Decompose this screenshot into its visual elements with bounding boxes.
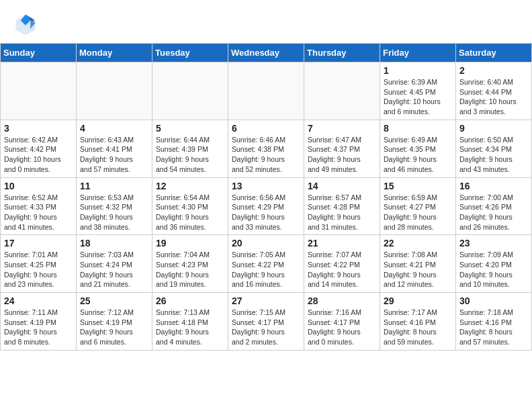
calendar-cell: 8Sunrise: 6:49 AM Sunset: 4:35 PM Daylig…	[380, 120, 456, 177]
day-info: Sunrise: 7:11 AM Sunset: 4:19 PM Dayligh…	[4, 308, 73, 347]
day-number: 21	[308, 238, 376, 248]
calendar-cell: 24Sunrise: 7:11 AM Sunset: 4:19 PM Dayli…	[1, 293, 77, 351]
day-info: Sunrise: 6:43 AM Sunset: 4:41 PM Dayligh…	[80, 135, 148, 175]
day-number: 25	[80, 295, 148, 306]
day-number: 22	[384, 238, 452, 248]
day-info: Sunrise: 6:46 AM Sunset: 4:38 PM Dayligh…	[232, 135, 300, 175]
weekday-header-thursday: Thursday	[304, 44, 380, 62]
day-info: Sunrise: 7:16 AM Sunset: 4:17 PM Dayligh…	[308, 308, 376, 347]
calendar-cell: 14Sunrise: 6:57 AM Sunset: 4:28 PM Dayli…	[304, 177, 380, 235]
day-number: 2	[459, 65, 528, 76]
weekday-header-wednesday: Wednesday	[228, 44, 304, 62]
day-info: Sunrise: 6:53 AM Sunset: 4:32 PM Dayligh…	[80, 193, 148, 232]
day-info: Sunrise: 7:15 AM Sunset: 4:17 PM Dayligh…	[232, 308, 300, 347]
day-info: Sunrise: 6:39 AM Sunset: 4:45 PM Dayligh…	[384, 77, 452, 117]
weekday-header-row: SundayMondayTuesdayWednesdayThursdayFrid…	[1, 44, 532, 62]
day-info: Sunrise: 7:07 AM Sunset: 4:22 PM Dayligh…	[308, 250, 376, 289]
day-number: 14	[308, 181, 376, 191]
day-number: 10	[4, 181, 73, 191]
day-info: Sunrise: 6:57 AM Sunset: 4:28 PM Dayligh…	[308, 193, 376, 232]
calendar-cell: 22Sunrise: 7:08 AM Sunset: 4:21 PM Dayli…	[380, 235, 456, 293]
day-info: Sunrise: 6:52 AM Sunset: 4:33 PM Dayligh…	[4, 193, 73, 232]
day-number: 6	[232, 123, 300, 134]
day-number: 27	[232, 295, 300, 306]
calendar-cell: 4Sunrise: 6:43 AM Sunset: 4:41 PM Daylig…	[77, 120, 152, 177]
calendar-cell: 11Sunrise: 6:53 AM Sunset: 4:32 PM Dayli…	[77, 177, 152, 235]
calendar-cell: 10Sunrise: 6:52 AM Sunset: 4:33 PM Dayli…	[1, 177, 77, 235]
day-number: 29	[384, 295, 452, 306]
day-info: Sunrise: 6:56 AM Sunset: 4:29 PM Dayligh…	[232, 193, 300, 232]
day-number: 13	[232, 181, 300, 191]
day-info: Sunrise: 6:54 AM Sunset: 4:30 PM Dayligh…	[156, 193, 224, 232]
calendar-cell	[1, 62, 77, 120]
day-info: Sunrise: 7:00 AM Sunset: 4:26 PM Dayligh…	[459, 193, 528, 232]
day-number: 16	[459, 181, 528, 191]
day-info: Sunrise: 6:59 AM Sunset: 4:27 PM Dayligh…	[384, 193, 452, 232]
day-number: 4	[80, 123, 148, 134]
day-number: 19	[156, 238, 224, 248]
calendar-cell: 15Sunrise: 6:59 AM Sunset: 4:27 PM Dayli…	[380, 177, 456, 235]
calendar-cell: 19Sunrise: 7:04 AM Sunset: 4:23 PM Dayli…	[152, 235, 228, 293]
day-number: 30	[459, 295, 528, 306]
week-row-5: 24Sunrise: 7:11 AM Sunset: 4:19 PM Dayli…	[1, 293, 532, 351]
day-number: 23	[459, 238, 528, 248]
calendar-cell: 1Sunrise: 6:39 AM Sunset: 4:45 PM Daylig…	[380, 62, 456, 120]
weekday-header-sunday: Sunday	[1, 44, 77, 62]
day-number: 5	[156, 123, 224, 134]
calendar-cell: 26Sunrise: 7:13 AM Sunset: 4:18 PM Dayli…	[152, 293, 228, 351]
day-number: 26	[156, 295, 224, 306]
day-number: 9	[459, 123, 528, 134]
day-number: 8	[384, 123, 452, 134]
day-number: 24	[4, 295, 73, 306]
calendar-cell: 18Sunrise: 7:03 AM Sunset: 4:24 PM Dayli…	[77, 235, 152, 293]
calendar-cell: 9Sunrise: 6:50 AM Sunset: 4:34 PM Daylig…	[456, 120, 532, 177]
day-number: 20	[232, 238, 300, 248]
calendar-table: SundayMondayTuesdayWednesdayThursdayFrid…	[0, 43, 532, 351]
calendar-cell: 7Sunrise: 6:47 AM Sunset: 4:37 PM Daylig…	[304, 120, 380, 177]
day-info: Sunrise: 7:08 AM Sunset: 4:21 PM Dayligh…	[384, 250, 452, 289]
day-info: Sunrise: 7:04 AM Sunset: 4:23 PM Dayligh…	[156, 250, 224, 289]
day-number: 11	[80, 181, 148, 191]
week-row-4: 17Sunrise: 7:01 AM Sunset: 4:25 PM Dayli…	[1, 235, 532, 293]
day-info: Sunrise: 7:01 AM Sunset: 4:25 PM Dayligh…	[4, 250, 73, 289]
day-info: Sunrise: 6:44 AM Sunset: 4:39 PM Dayligh…	[156, 135, 224, 175]
page-header	[0, 0, 532, 43]
calendar-cell: 20Sunrise: 7:05 AM Sunset: 4:22 PM Dayli…	[228, 235, 304, 293]
calendar-cell: 28Sunrise: 7:16 AM Sunset: 4:17 PM Dayli…	[304, 293, 380, 351]
day-info: Sunrise: 6:42 AM Sunset: 4:42 PM Dayligh…	[4, 135, 73, 175]
day-number: 17	[4, 238, 73, 248]
calendar-cell: 2Sunrise: 6:40 AM Sunset: 4:44 PM Daylig…	[456, 62, 532, 120]
weekday-header-friday: Friday	[380, 44, 456, 62]
calendar-cell: 3Sunrise: 6:42 AM Sunset: 4:42 PM Daylig…	[1, 120, 77, 177]
calendar-cell: 27Sunrise: 7:15 AM Sunset: 4:17 PM Dayli…	[228, 293, 304, 351]
day-number: 7	[308, 123, 376, 134]
calendar-cell	[304, 62, 380, 120]
logo-icon	[13, 12, 38, 36]
week-row-1: 1Sunrise: 6:39 AM Sunset: 4:45 PM Daylig…	[1, 62, 532, 120]
week-row-3: 10Sunrise: 6:52 AM Sunset: 4:33 PM Dayli…	[1, 177, 532, 235]
day-info: Sunrise: 7:09 AM Sunset: 4:20 PM Dayligh…	[459, 250, 528, 289]
calendar-cell: 23Sunrise: 7:09 AM Sunset: 4:20 PM Dayli…	[456, 235, 532, 293]
logo	[13, 12, 40, 36]
calendar-cell: 25Sunrise: 7:12 AM Sunset: 4:19 PM Dayli…	[77, 293, 152, 351]
day-info: Sunrise: 6:50 AM Sunset: 4:34 PM Dayligh…	[459, 135, 528, 175]
calendar-cell: 12Sunrise: 6:54 AM Sunset: 4:30 PM Dayli…	[152, 177, 228, 235]
calendar-cell: 30Sunrise: 7:18 AM Sunset: 4:16 PM Dayli…	[456, 293, 532, 351]
weekday-header-saturday: Saturday	[456, 44, 532, 62]
day-number: 15	[384, 181, 452, 191]
day-number: 12	[156, 181, 224, 191]
calendar-cell: 21Sunrise: 7:07 AM Sunset: 4:22 PM Dayli…	[304, 235, 380, 293]
calendar-cell: 6Sunrise: 6:46 AM Sunset: 4:38 PM Daylig…	[228, 120, 304, 177]
calendar-cell: 13Sunrise: 6:56 AM Sunset: 4:29 PM Dayli…	[228, 177, 304, 235]
weekday-header-monday: Monday	[77, 44, 152, 62]
calendar-cell: 29Sunrise: 7:17 AM Sunset: 4:16 PM Dayli…	[380, 293, 456, 351]
calendar-cell	[77, 62, 152, 120]
calendar-cell	[228, 62, 304, 120]
day-info: Sunrise: 6:49 AM Sunset: 4:35 PM Dayligh…	[384, 135, 452, 175]
calendar-cell	[152, 62, 228, 120]
day-number: 3	[4, 123, 73, 134]
week-row-2: 3Sunrise: 6:42 AM Sunset: 4:42 PM Daylig…	[1, 120, 532, 177]
day-number: 18	[80, 238, 148, 248]
day-info: Sunrise: 7:17 AM Sunset: 4:16 PM Dayligh…	[384, 308, 452, 347]
weekday-header-tuesday: Tuesday	[152, 44, 228, 62]
